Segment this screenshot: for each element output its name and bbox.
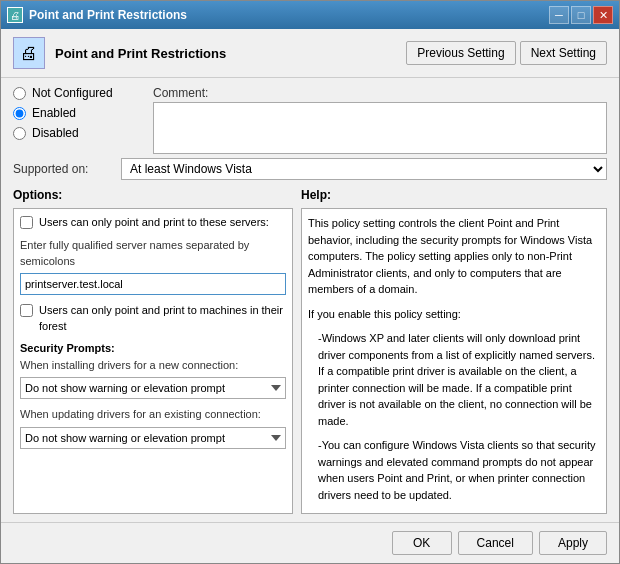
servers-checkbox-label: Users can only point and print to these … <box>39 215 269 230</box>
help-p4: -You can configure Windows Vista clients… <box>308 437 600 503</box>
title-bar: 🖨 Point and Print Restrictions ─ □ ✕ <box>1 1 619 29</box>
driver-install-label: When installing drivers for a new connec… <box>20 358 286 373</box>
maximize-button[interactable]: □ <box>571 6 591 24</box>
comment-section: Comment: <box>153 86 607 154</box>
cancel-button[interactable]: Cancel <box>458 531 533 555</box>
content-area: 🖨 Point and Print Restrictions Previous … <box>1 29 619 563</box>
enabled-option[interactable]: Enabled <box>13 106 133 120</box>
enabled-label: Enabled <box>32 106 76 120</box>
supported-label: Supported on: <box>13 162 113 176</box>
forest-checkbox-label: Users can only point and print to machin… <box>39 303 286 334</box>
nav-buttons: Previous Setting Next Setting <box>406 41 607 65</box>
top-bar: 🖨 Point and Print Restrictions Previous … <box>1 29 619 78</box>
server-names-input[interactable] <box>20 273 286 295</box>
next-setting-button[interactable]: Next Setting <box>520 41 607 65</box>
driver-install-dropdown[interactable]: Do not show warning or elevation prompt … <box>20 377 286 399</box>
policy-title: Point and Print Restrictions <box>55 46 396 61</box>
apply-button[interactable]: Apply <box>539 531 607 555</box>
help-p5: If you do not configure this policy sett… <box>308 511 600 514</box>
bottom-bar: OK Cancel Apply <box>1 522 619 563</box>
panels: Options: Users can only point and print … <box>13 188 607 514</box>
window-icon: 🖨 <box>7 7 23 23</box>
not-configured-label: Not Configured <box>32 86 113 100</box>
help-panel: Help: This policy setting controls the c… <box>301 188 607 514</box>
driver-update-dropdown[interactable]: Do not show warning or elevation prompt … <box>20 427 286 449</box>
comment-textarea[interactable] <box>153 102 607 154</box>
server-names-label: Enter fully qualified server names separ… <box>20 238 286 269</box>
supported-select[interactable]: At least Windows Vista <box>121 158 607 180</box>
minimize-button[interactable]: ─ <box>549 6 569 24</box>
options-panel: Options: Users can only point and print … <box>13 188 293 514</box>
help-scroll[interactable]: This policy setting controls the client … <box>301 208 607 514</box>
disabled-option[interactable]: Disabled <box>13 126 133 140</box>
supported-row: Supported on: At least Windows Vista <box>13 158 607 180</box>
driver-update-label: When updating drivers for an existing co… <box>20 407 286 422</box>
servers-checkbox-item: Users can only point and print to these … <box>20 215 286 230</box>
ok-button[interactable]: OK <box>392 531 452 555</box>
security-section-title: Security Prompts: <box>20 342 286 354</box>
previous-setting-button[interactable]: Previous Setting <box>406 41 515 65</box>
enabled-radio[interactable] <box>13 107 26 120</box>
main-window: 🖨 Point and Print Restrictions ─ □ ✕ 🖨 P… <box>0 0 620 564</box>
help-p1: This policy setting controls the client … <box>308 215 600 298</box>
servers-checkbox[interactable] <box>20 216 33 229</box>
window-title: Point and Print Restrictions <box>29 8 187 22</box>
help-p3: -Windows XP and later clients will only … <box>308 330 600 429</box>
forest-checkbox[interactable] <box>20 304 33 317</box>
close-button[interactable]: ✕ <box>593 6 613 24</box>
config-row: Not Configured Enabled Disabled Comment: <box>13 86 607 154</box>
main-area: Not Configured Enabled Disabled Comment: <box>1 78 619 522</box>
forest-checkbox-item: Users can only point and print to machin… <box>20 303 286 334</box>
options-scroll[interactable]: Users can only point and print to these … <box>13 208 293 514</box>
not-configured-radio[interactable] <box>13 87 26 100</box>
radio-group: Not Configured Enabled Disabled <box>13 86 133 140</box>
help-p2: If you enable this policy setting: <box>308 306 600 323</box>
options-label: Options: <box>13 188 293 202</box>
not-configured-option[interactable]: Not Configured <box>13 86 133 100</box>
comment-label: Comment: <box>153 86 607 100</box>
disabled-label: Disabled <box>32 126 79 140</box>
disabled-radio[interactable] <box>13 127 26 140</box>
policy-icon: 🖨 <box>13 37 45 69</box>
help-text: This policy setting controls the client … <box>308 215 600 514</box>
help-label: Help: <box>301 188 607 202</box>
